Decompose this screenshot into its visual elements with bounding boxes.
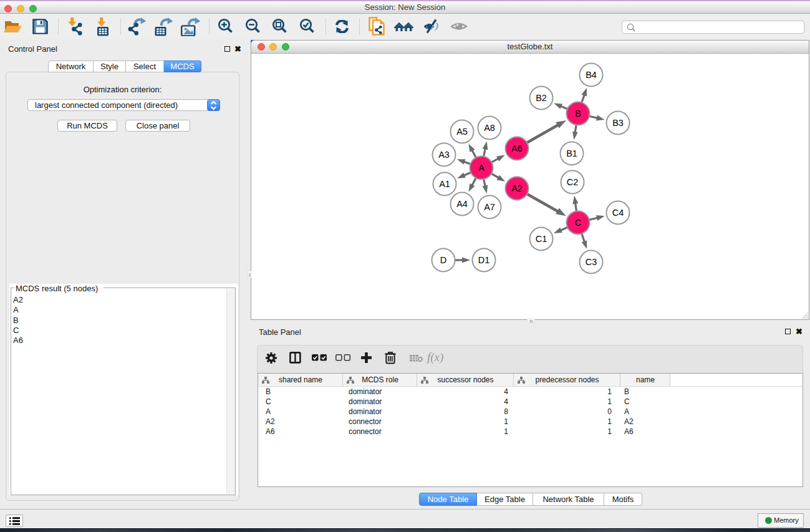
svg-text:A6: A6 xyxy=(511,143,523,153)
svg-text:D: D xyxy=(440,255,446,265)
svg-text:B3: B3 xyxy=(612,118,624,128)
svg-text:C4: C4 xyxy=(612,208,624,218)
svg-text:B1: B1 xyxy=(566,148,577,158)
svg-text:B2: B2 xyxy=(536,93,547,103)
svg-text:A2: A2 xyxy=(511,183,523,193)
svg-text:A: A xyxy=(478,163,485,173)
svg-text:A5: A5 xyxy=(456,127,468,137)
svg-text:A8: A8 xyxy=(484,123,495,133)
svg-text:C3: C3 xyxy=(586,257,597,267)
svg-text:A4: A4 xyxy=(456,199,468,209)
svg-text:C1: C1 xyxy=(536,234,547,244)
svg-text:A3: A3 xyxy=(438,150,450,160)
svg-text:D1: D1 xyxy=(478,255,490,265)
svg-text:A1: A1 xyxy=(439,179,450,189)
svg-text:A7: A7 xyxy=(484,202,495,212)
svg-text:C: C xyxy=(575,218,581,228)
svg-text:B4: B4 xyxy=(586,70,597,80)
svg-text:C2: C2 xyxy=(567,177,579,187)
svg-text:B: B xyxy=(575,109,581,118)
